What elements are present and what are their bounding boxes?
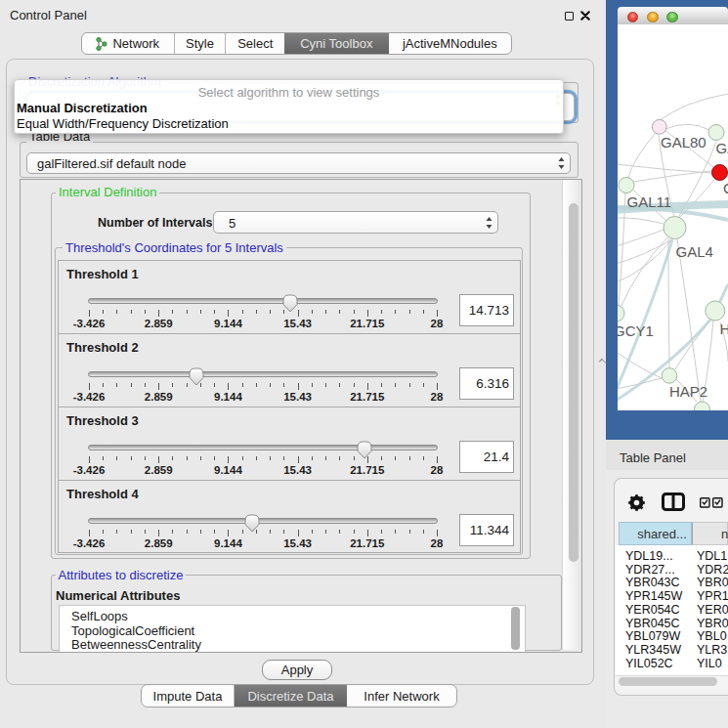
svg-text:GA: GA — [716, 140, 728, 156]
svg-text:C: C — [723, 180, 728, 196]
svg-text:GAL11: GAL11 — [627, 193, 672, 210]
svg-text:H: H — [720, 321, 728, 337]
svg-text:GAL80: GAL80 — [661, 134, 707, 150]
svg-text:GCY1: GCY1 — [618, 322, 654, 339]
svg-text:HAP2: HAP2 — [669, 383, 707, 400]
svg-text:GAL4: GAL4 — [676, 243, 713, 260]
